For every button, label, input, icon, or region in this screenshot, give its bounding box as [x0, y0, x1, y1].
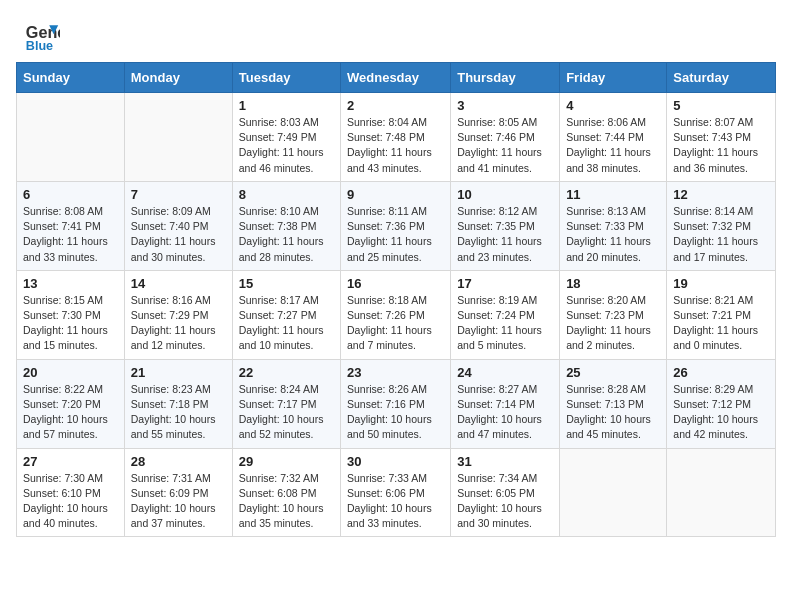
day-number: 30 [347, 454, 444, 469]
calendar-cell [124, 93, 232, 182]
day-number: 7 [131, 187, 226, 202]
calendar-cell: 26Sunrise: 8:29 AM Sunset: 7:12 PM Dayli… [667, 359, 776, 448]
calendar-cell: 2Sunrise: 8:04 AM Sunset: 7:48 PM Daylig… [341, 93, 451, 182]
calendar-cell: 27Sunrise: 7:30 AM Sunset: 6:10 PM Dayli… [17, 448, 125, 537]
day-number: 22 [239, 365, 334, 380]
day-info: Sunrise: 8:04 AM Sunset: 7:48 PM Dayligh… [347, 115, 444, 176]
calendar-week-row: 13Sunrise: 8:15 AM Sunset: 7:30 PM Dayli… [17, 270, 776, 359]
col-header-thursday: Thursday [451, 63, 560, 93]
calendar-table: SundayMondayTuesdayWednesdayThursdayFrid… [16, 62, 776, 537]
day-number: 12 [673, 187, 769, 202]
day-info: Sunrise: 7:33 AM Sunset: 6:06 PM Dayligh… [347, 471, 444, 532]
calendar-cell: 14Sunrise: 8:16 AM Sunset: 7:29 PM Dayli… [124, 270, 232, 359]
calendar-cell: 11Sunrise: 8:13 AM Sunset: 7:33 PM Dayli… [560, 181, 667, 270]
col-header-wednesday: Wednesday [341, 63, 451, 93]
day-info: Sunrise: 8:16 AM Sunset: 7:29 PM Dayligh… [131, 293, 226, 354]
calendar-cell [560, 448, 667, 537]
day-info: Sunrise: 8:12 AM Sunset: 7:35 PM Dayligh… [457, 204, 553, 265]
logo-icon: General Blue [24, 18, 60, 54]
day-info: Sunrise: 7:34 AM Sunset: 6:05 PM Dayligh… [457, 471, 553, 532]
calendar-cell: 22Sunrise: 8:24 AM Sunset: 7:17 PM Dayli… [232, 359, 340, 448]
day-number: 17 [457, 276, 553, 291]
day-info: Sunrise: 8:20 AM Sunset: 7:23 PM Dayligh… [566, 293, 660, 354]
day-number: 18 [566, 276, 660, 291]
day-info: Sunrise: 8:24 AM Sunset: 7:17 PM Dayligh… [239, 382, 334, 443]
day-info: Sunrise: 8:15 AM Sunset: 7:30 PM Dayligh… [23, 293, 118, 354]
day-number: 9 [347, 187, 444, 202]
day-number: 28 [131, 454, 226, 469]
day-number: 20 [23, 365, 118, 380]
calendar-cell: 13Sunrise: 8:15 AM Sunset: 7:30 PM Dayli… [17, 270, 125, 359]
day-number: 10 [457, 187, 553, 202]
calendar-wrap: SundayMondayTuesdayWednesdayThursdayFrid… [0, 62, 792, 553]
day-info: Sunrise: 8:06 AM Sunset: 7:44 PM Dayligh… [566, 115, 660, 176]
calendar-cell: 18Sunrise: 8:20 AM Sunset: 7:23 PM Dayli… [560, 270, 667, 359]
day-info: Sunrise: 8:05 AM Sunset: 7:46 PM Dayligh… [457, 115, 553, 176]
calendar-cell: 10Sunrise: 8:12 AM Sunset: 7:35 PM Dayli… [451, 181, 560, 270]
day-info: Sunrise: 8:14 AM Sunset: 7:32 PM Dayligh… [673, 204, 769, 265]
calendar-cell: 17Sunrise: 8:19 AM Sunset: 7:24 PM Dayli… [451, 270, 560, 359]
calendar-cell: 31Sunrise: 7:34 AM Sunset: 6:05 PM Dayli… [451, 448, 560, 537]
calendar-cell [17, 93, 125, 182]
day-info: Sunrise: 7:32 AM Sunset: 6:08 PM Dayligh… [239, 471, 334, 532]
day-number: 8 [239, 187, 334, 202]
calendar-cell: 16Sunrise: 8:18 AM Sunset: 7:26 PM Dayli… [341, 270, 451, 359]
calendar-cell: 4Sunrise: 8:06 AM Sunset: 7:44 PM Daylig… [560, 93, 667, 182]
calendar-cell: 8Sunrise: 8:10 AM Sunset: 7:38 PM Daylig… [232, 181, 340, 270]
day-info: Sunrise: 8:08 AM Sunset: 7:41 PM Dayligh… [23, 204, 118, 265]
day-info: Sunrise: 8:27 AM Sunset: 7:14 PM Dayligh… [457, 382, 553, 443]
day-number: 23 [347, 365, 444, 380]
calendar-cell: 15Sunrise: 8:17 AM Sunset: 7:27 PM Dayli… [232, 270, 340, 359]
day-info: Sunrise: 8:21 AM Sunset: 7:21 PM Dayligh… [673, 293, 769, 354]
day-number: 21 [131, 365, 226, 380]
day-info: Sunrise: 8:18 AM Sunset: 7:26 PM Dayligh… [347, 293, 444, 354]
calendar-cell: 6Sunrise: 8:08 AM Sunset: 7:41 PM Daylig… [17, 181, 125, 270]
day-info: Sunrise: 8:19 AM Sunset: 7:24 PM Dayligh… [457, 293, 553, 354]
col-header-tuesday: Tuesday [232, 63, 340, 93]
calendar-cell: 21Sunrise: 8:23 AM Sunset: 7:18 PM Dayli… [124, 359, 232, 448]
calendar-cell: 3Sunrise: 8:05 AM Sunset: 7:46 PM Daylig… [451, 93, 560, 182]
calendar-week-row: 6Sunrise: 8:08 AM Sunset: 7:41 PM Daylig… [17, 181, 776, 270]
day-number: 1 [239, 98, 334, 113]
calendar-cell: 28Sunrise: 7:31 AM Sunset: 6:09 PM Dayli… [124, 448, 232, 537]
calendar-week-row: 20Sunrise: 8:22 AM Sunset: 7:20 PM Dayli… [17, 359, 776, 448]
day-number: 14 [131, 276, 226, 291]
day-number: 31 [457, 454, 553, 469]
day-info: Sunrise: 8:11 AM Sunset: 7:36 PM Dayligh… [347, 204, 444, 265]
day-info: Sunrise: 8:29 AM Sunset: 7:12 PM Dayligh… [673, 382, 769, 443]
calendar-cell: 19Sunrise: 8:21 AM Sunset: 7:21 PM Dayli… [667, 270, 776, 359]
day-number: 27 [23, 454, 118, 469]
page-header: General Blue [0, 0, 792, 62]
day-number: 6 [23, 187, 118, 202]
calendar-week-row: 27Sunrise: 7:30 AM Sunset: 6:10 PM Dayli… [17, 448, 776, 537]
calendar-cell: 20Sunrise: 8:22 AM Sunset: 7:20 PM Dayli… [17, 359, 125, 448]
day-info: Sunrise: 8:03 AM Sunset: 7:49 PM Dayligh… [239, 115, 334, 176]
day-number: 13 [23, 276, 118, 291]
day-info: Sunrise: 7:31 AM Sunset: 6:09 PM Dayligh… [131, 471, 226, 532]
col-header-monday: Monday [124, 63, 232, 93]
day-info: Sunrise: 8:07 AM Sunset: 7:43 PM Dayligh… [673, 115, 769, 176]
calendar-cell: 29Sunrise: 7:32 AM Sunset: 6:08 PM Dayli… [232, 448, 340, 537]
calendar-cell: 23Sunrise: 8:26 AM Sunset: 7:16 PM Dayli… [341, 359, 451, 448]
calendar-cell: 30Sunrise: 7:33 AM Sunset: 6:06 PM Dayli… [341, 448, 451, 537]
day-number: 5 [673, 98, 769, 113]
calendar-cell: 25Sunrise: 8:28 AM Sunset: 7:13 PM Dayli… [560, 359, 667, 448]
day-number: 24 [457, 365, 553, 380]
col-header-sunday: Sunday [17, 63, 125, 93]
day-info: Sunrise: 8:28 AM Sunset: 7:13 PM Dayligh… [566, 382, 660, 443]
day-number: 4 [566, 98, 660, 113]
calendar-cell: 9Sunrise: 8:11 AM Sunset: 7:36 PM Daylig… [341, 181, 451, 270]
day-number: 11 [566, 187, 660, 202]
day-number: 19 [673, 276, 769, 291]
day-info: Sunrise: 8:22 AM Sunset: 7:20 PM Dayligh… [23, 382, 118, 443]
day-info: Sunrise: 8:26 AM Sunset: 7:16 PM Dayligh… [347, 382, 444, 443]
calendar-week-row: 1Sunrise: 8:03 AM Sunset: 7:49 PM Daylig… [17, 93, 776, 182]
day-info: Sunrise: 8:13 AM Sunset: 7:33 PM Dayligh… [566, 204, 660, 265]
svg-text:Blue: Blue [26, 39, 53, 53]
calendar-cell [667, 448, 776, 537]
col-header-saturday: Saturday [667, 63, 776, 93]
day-info: Sunrise: 8:09 AM Sunset: 7:40 PM Dayligh… [131, 204, 226, 265]
calendar-cell: 5Sunrise: 8:07 AM Sunset: 7:43 PM Daylig… [667, 93, 776, 182]
day-number: 15 [239, 276, 334, 291]
calendar-cell: 7Sunrise: 8:09 AM Sunset: 7:40 PM Daylig… [124, 181, 232, 270]
